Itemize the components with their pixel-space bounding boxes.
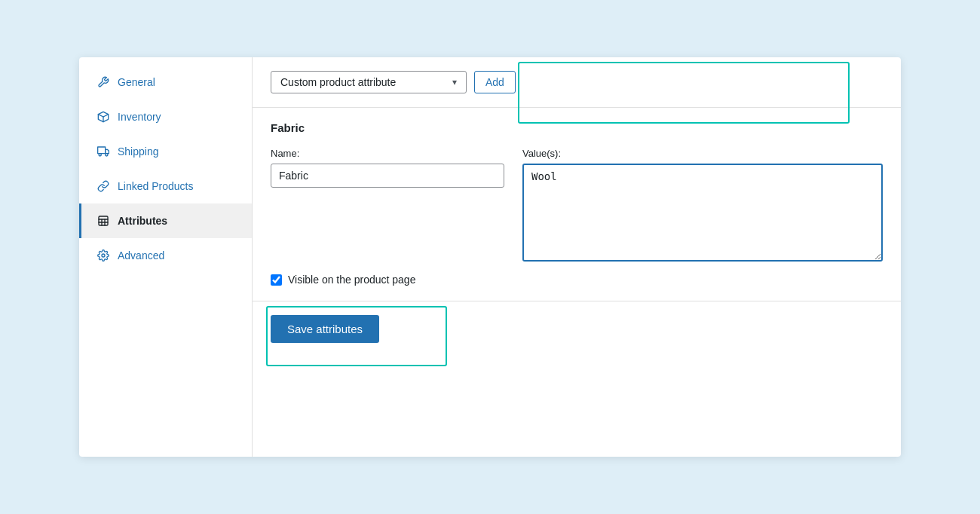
fabric-section: Fabric Name: Value(s): Wool Visible on t… — [253, 108, 901, 301]
name-input[interactable] — [271, 164, 504, 188]
save-row: Save attributes — [253, 301, 901, 361]
svg-line-2 — [98, 115, 103, 117]
visible-checkbox[interactable] — [271, 274, 282, 286]
sidebar-item-general[interactable]: General — [79, 65, 252, 99]
values-textarea[interactable]: Wool — [522, 164, 883, 262]
sidebar: General Inventory Shipping — [79, 57, 253, 457]
svg-point-6 — [99, 154, 101, 156]
link-icon — [96, 179, 110, 193]
sidebar-inventory-label: Inventory — [118, 111, 161, 123]
gear-icon — [96, 249, 110, 262]
sidebar-attributes-label: Attributes — [118, 215, 167, 227]
main-content: Custom product attribute ▾ Add Fabric Na… — [253, 57, 901, 457]
sidebar-item-attributes[interactable]: Attributes — [79, 203, 252, 238]
wrench-icon — [96, 75, 110, 89]
checkbox-row: Visible on the product page — [271, 274, 883, 301]
svg-point-13 — [102, 254, 105, 257]
attribute-selector-row: Custom product attribute ▾ Add — [253, 57, 901, 108]
table-icon — [96, 214, 110, 228]
save-attributes-button[interactable]: Save attributes — [271, 315, 379, 343]
sidebar-item-linked-products[interactable]: Linked Products — [79, 169, 252, 203]
tag-icon — [96, 110, 110, 124]
dropdown-label: Custom product attribute — [280, 76, 396, 88]
svg-marker-5 — [106, 149, 109, 153]
form-row: Name: Value(s): Wool — [271, 148, 883, 262]
sidebar-advanced-label: Advanced — [118, 249, 164, 262]
sidebar-linked-label: Linked Products — [118, 180, 193, 192]
sidebar-item-inventory[interactable]: Inventory — [79, 99, 252, 134]
values-label: Value(s): — [522, 148, 883, 159]
sidebar-general-label: General — [118, 76, 155, 88]
sidebar-item-advanced[interactable]: Advanced — [79, 238, 252, 273]
sidebar-item-shipping[interactable]: Shipping — [79, 134, 252, 169]
svg-point-7 — [106, 154, 108, 156]
product-panel: General Inventory Shipping — [79, 57, 901, 457]
values-group: Value(s): Wool — [522, 148, 883, 262]
chevron-down-icon: ▾ — [452, 77, 457, 87]
truck-icon — [96, 145, 110, 158]
visible-checkbox-label[interactable]: Visible on the product page — [288, 274, 415, 286]
attribute-dropdown[interactable]: Custom product attribute ▾ — [271, 71, 467, 93]
name-label: Name: — [271, 148, 504, 159]
svg-line-3 — [103, 115, 109, 117]
svg-rect-8 — [99, 216, 108, 225]
fabric-title: Fabric — [271, 121, 883, 134]
name-group: Name: — [271, 148, 504, 262]
svg-rect-4 — [98, 147, 106, 154]
add-button[interactable]: Add — [474, 71, 516, 93]
sidebar-shipping-label: Shipping — [118, 145, 159, 158]
